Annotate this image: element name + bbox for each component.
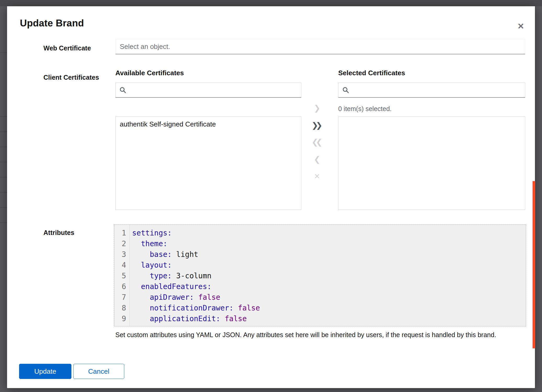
code-line: settings: [132, 228, 526, 238]
attributes-code-editor[interactable]: 1 2 3 4 5 6 7 8 9 settings: theme: base:… [114, 224, 526, 326]
selected-count-status: 0 item(s) selected. [338, 105, 392, 113]
code-line: base:light [132, 249, 526, 260]
selected-certificates-listbox[interactable] [338, 117, 525, 210]
remove-selected-button[interactable]: ❮ [310, 153, 324, 165]
background-divider [0, 147, 7, 147]
background-header-band [0, 0, 542, 6]
code-line: layout: [132, 260, 526, 270]
available-certificates-listbox[interactable]: authentik Self-signed Certificate [115, 117, 301, 210]
web-certificate-select-input[interactable] [115, 39, 525, 54]
line-number: 9 [114, 313, 129, 324]
attributes-label: Attributes [43, 229, 74, 237]
search-icon [119, 87, 126, 94]
update-brand-modal: Update Brand ✕ Web Certificate Client Ce… [7, 6, 535, 388]
selected-search-input[interactable] [352, 86, 521, 94]
background-divider [0, 52, 7, 53]
available-search-input[interactable] [129, 86, 297, 94]
line-number: 5 [114, 270, 129, 281]
client-certificates-label: Client Certificates [43, 74, 99, 81]
code-line: type:3-column [132, 270, 526, 281]
code-line: apiDrawer:false [132, 292, 526, 303]
list-item[interactable]: authentik Self-signed Certificate [116, 117, 301, 132]
background-divider [0, 116, 7, 117]
line-number: 3 [114, 249, 129, 260]
line-number: 8 [114, 303, 129, 313]
code-editor-content: settings: theme: base:light layout: type… [129, 225, 526, 326]
available-certificates-heading: Available Certificates [115, 69, 184, 77]
close-icon[interactable]: ✕ [514, 19, 528, 33]
line-number: 6 [114, 281, 129, 292]
background-divider [0, 177, 7, 177]
available-search-box [115, 83, 301, 98]
line-number: 2 [114, 238, 129, 249]
selected-certificates-heading: Selected Certificates [338, 69, 405, 77]
add-selected-button[interactable]: ❯ [310, 102, 324, 114]
attributes-help-text: Set custom attributes using YAML or JSON… [115, 331, 523, 339]
background-divider [0, 162, 7, 162]
scrollbar-thumb[interactable] [533, 181, 535, 348]
add-all-button[interactable]: ❯❯ [310, 119, 324, 131]
code-editor-gutter: 1 2 3 4 5 6 7 8 9 [114, 225, 129, 326]
background-divider [0, 131, 7, 132]
modal-title: Update Brand [20, 18, 84, 29]
update-button[interactable]: Update [19, 364, 71, 379]
background-divider [0, 207, 7, 208]
code-line: theme: [132, 238, 526, 249]
remove-all-button[interactable]: ❮❮ [310, 136, 324, 148]
line-number: 7 [114, 292, 129, 303]
web-certificate-label: Web Certificate [43, 44, 91, 52]
background-divider [0, 222, 7, 223]
code-line: applicationEdit:false [132, 313, 526, 324]
search-icon [342, 87, 349, 94]
cancel-button[interactable]: Cancel [73, 364, 124, 379]
line-number: 1 [114, 228, 129, 238]
delete-button[interactable]: ✕ [310, 170, 324, 182]
selected-search-box [338, 83, 525, 98]
background-divider [0, 192, 7, 193]
line-number: 4 [114, 260, 129, 270]
code-line: enabledFeatures: [132, 281, 526, 292]
code-line: notificationDrawer:false [132, 303, 526, 313]
